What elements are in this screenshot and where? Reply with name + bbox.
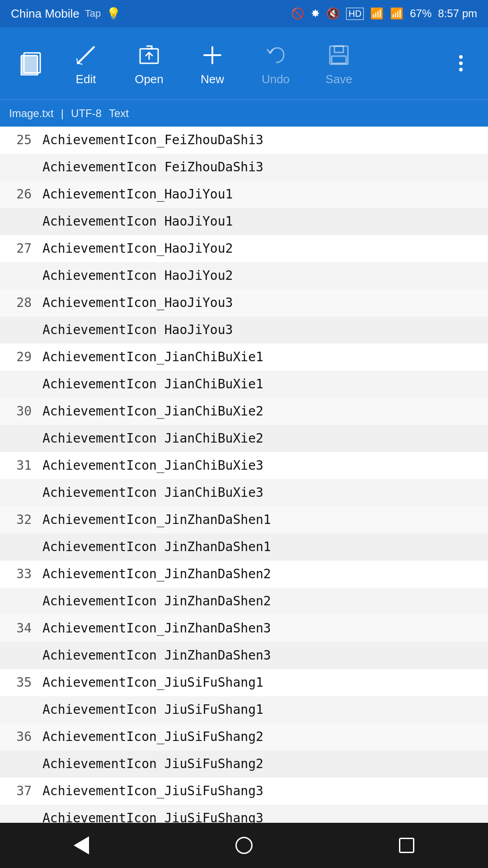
line-number: 32	[0, 508, 41, 532]
undo-button[interactable]: Undo	[244, 32, 307, 95]
open-icon	[137, 41, 161, 70]
undo-label: Undo	[262, 72, 290, 86]
line-content-space: AchievementIcon JinZhanDaShen1	[41, 535, 488, 559]
table-row: 36 AchievementIcon_JiuSiFuShang2	[0, 723, 488, 750]
line-content-underscore: AchievementIcon_JinZhanDaShen1	[41, 508, 488, 532]
open-label: Open	[135, 72, 164, 86]
time-text: 8:57 pm	[438, 7, 477, 20]
line-number: 33	[0, 562, 41, 586]
save-button[interactable]: Save	[307, 32, 371, 95]
line-number-empty: 0	[0, 318, 41, 342]
recents-button[interactable]	[380, 827, 434, 863]
table-row: 0 AchievementIcon JianChiBuXie2	[0, 425, 488, 452]
line-number: 27	[0, 237, 41, 260]
home-icon	[235, 837, 253, 854]
table-row: 34 AchievementIcon_JinZhanDaShen3	[0, 615, 488, 642]
svg-line-6	[78, 63, 82, 64]
table-row: 26 AchievementIcon_HaoJiYou1	[0, 181, 488, 208]
open-button[interactable]: Open	[117, 32, 181, 95]
save-icon	[327, 41, 351, 70]
table-row: 0 AchievementIcon FeiZhouDaShi3	[0, 154, 488, 181]
line-group-36: 36 AchievementIcon_JiuSiFuShang2 0 Achie…	[0, 723, 488, 778]
table-row: 35 AchievementIcon_JiuSiFuShang1	[0, 669, 488, 696]
line-number: 36	[0, 725, 41, 749]
table-row: 0 AchievementIcon HaoJiYou1	[0, 208, 488, 235]
line-number: 31	[0, 454, 41, 477]
line-content-space: AchievementIcon HaoJiYou2	[41, 264, 488, 288]
line-content-underscore: AchievementIcon_HaoJiYou3	[41, 291, 488, 315]
line-number: 35	[0, 671, 41, 694]
table-row: 28 AchievementIcon_HaoJiYou3	[0, 289, 488, 316]
svg-line-7	[77, 59, 78, 63]
line-number-empty: 0	[0, 535, 41, 559]
toolbar: Edit Open New	[0, 27, 488, 99]
mute-icon: 🔇	[326, 7, 340, 20]
line-number: 37	[0, 779, 41, 803]
line-content-space: AchievementIcon JinZhanDaShen3	[41, 644, 488, 667]
new-label: New	[201, 72, 224, 86]
table-row: 0 AchievementIcon JinZhanDaShen1	[0, 533, 488, 561]
line-content-space: AchievementIcon JiuSiFuShang1	[41, 698, 488, 722]
table-row: 0 AchievementIcon JiuSiFuShang3	[0, 805, 488, 823]
line-number-empty: 0	[0, 644, 41, 667]
undo-icon	[264, 41, 287, 70]
line-group-26: 26 AchievementIcon_HaoJiYou1 0 Achieveme…	[0, 181, 488, 235]
new-button[interactable]: New	[181, 32, 244, 95]
line-number: 34	[0, 617, 41, 640]
back-icon	[74, 836, 89, 854]
line-group-31: 31 AchievementIcon_JianChiBuXie3 0 Achie…	[0, 452, 488, 506]
line-content-space: AchievementIcon JiuSiFuShang3	[41, 807, 488, 823]
line-number: 30	[0, 400, 41, 423]
more-button[interactable]	[443, 32, 479, 95]
tap-text: Tap	[85, 8, 101, 19]
line-group-33: 33 AchievementIcon_JinZhanDaShen2 0 Achi…	[0, 561, 488, 615]
line-content-underscore: AchievementIcon_HaoJiYou2	[41, 237, 488, 260]
line-number-empty: 0	[0, 156, 41, 179]
line-content-underscore: AchievementIcon_JiuSiFuShang3	[41, 779, 488, 803]
table-row: 0 AchievementIcon JianChiBuXie1	[0, 371, 488, 398]
sim-icon: 🚫	[291, 7, 305, 20]
files-button[interactable]	[9, 32, 54, 95]
edit-label: Edit	[76, 72, 96, 86]
line-number-empty: 0	[0, 264, 41, 288]
filename: Image.txt	[9, 107, 54, 120]
status-left: China Mobile Tap 💡	[11, 7, 121, 21]
table-row: 0 AchievementIcon HaoJiYou3	[0, 316, 488, 344]
table-row: 37 AchievementIcon_JiuSiFuShang3	[0, 778, 488, 805]
carrier-text: China Mobile	[11, 7, 80, 21]
files-icon	[19, 49, 44, 78]
table-row: 32 AchievementIcon_JinZhanDaShen1	[0, 506, 488, 533]
back-button[interactable]	[54, 827, 108, 863]
svg-line-5	[78, 61, 80, 63]
line-number: 29	[0, 345, 41, 369]
line-number-empty: 0	[0, 698, 41, 722]
line-content-underscore: AchievementIcon_JiuSiFuShang1	[41, 671, 488, 694]
line-number-empty: 0	[0, 590, 41, 613]
recents-icon	[399, 838, 414, 853]
edit-icon	[74, 41, 98, 70]
line-number: 26	[0, 183, 41, 206]
table-row: 0 AchievementIcon JinZhanDaShen3	[0, 642, 488, 669]
content-area[interactable]: 25 AchievementIcon_FeiZhouDaShi3 0 Achie…	[0, 127, 488, 823]
line-number-empty: 0	[0, 373, 41, 396]
headphone-icon: 💡	[106, 7, 121, 21]
line-content-underscore: AchievementIcon_JinZhanDaShen2	[41, 562, 488, 586]
table-row: 25 AchievementIcon_FeiZhouDaShi3	[0, 127, 488, 154]
edit-button[interactable]: Edit	[54, 32, 117, 95]
svg-line-4	[90, 47, 94, 51]
line-content-space: AchievementIcon JinZhanDaShen2	[41, 590, 488, 613]
line-content-underscore: AchievementIcon_FeiZhouDaShi3	[41, 128, 488, 152]
home-button[interactable]	[217, 827, 271, 863]
line-number-empty: 0	[0, 752, 41, 776]
line-content-space: AchievementIcon FeiZhouDaShi3	[41, 156, 488, 179]
line-content-underscore: AchievementIcon_JianChiBuXie3	[41, 454, 488, 477]
line-content-space: AchievementIcon HaoJiYou1	[41, 210, 488, 233]
line-group-34: 34 AchievementIcon_JinZhanDaShen3 0 Achi…	[0, 615, 488, 669]
table-row: 0 AchievementIcon JiuSiFuShang1	[0, 696, 488, 723]
table-row: 27 AchievementIcon_HaoJiYou2	[0, 235, 488, 262]
new-icon	[201, 41, 224, 70]
status-bar: China Mobile Tap 💡 🚫 ✸ 🔇 HD 📶 📶 67% 8:57…	[0, 0, 488, 27]
encoding: UTF-8	[71, 107, 102, 120]
table-row: 30 AchievementIcon_JianChiBuXie2	[0, 398, 488, 425]
file-info-bar: Image.txt | UTF-8 Text	[0, 99, 488, 127]
